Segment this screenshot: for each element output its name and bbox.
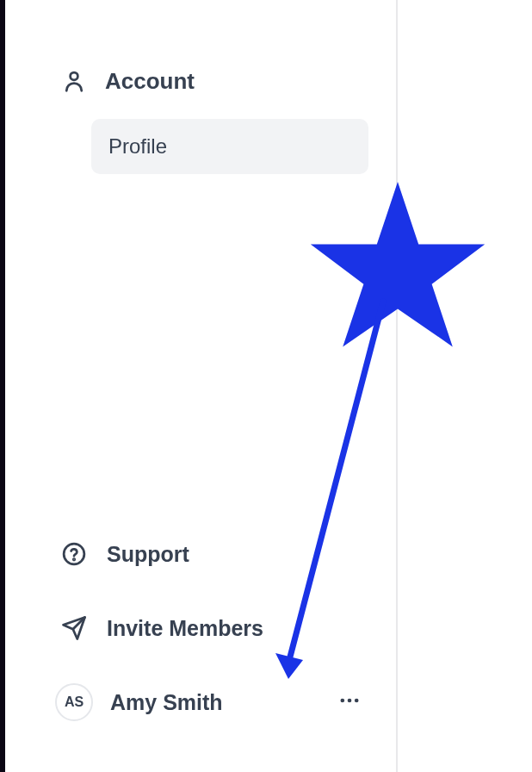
sidebar-item-invite-members[interactable]: Invite Members (5, 591, 396, 665)
user-name: Amy Smith (110, 690, 329, 715)
sidebar: Account Profile Support (0, 0, 398, 772)
avatar: AS (55, 683, 93, 721)
svg-point-5 (355, 699, 359, 703)
sidebar-item-profile[interactable]: Profile (91, 119, 368, 174)
account-subnav: Profile (5, 119, 396, 174)
invite-label: Invite Members (107, 616, 263, 641)
account-section-title: Account (105, 68, 195, 95)
svg-point-2 (73, 559, 75, 561)
svg-point-0 (71, 72, 78, 80)
account-section-header: Account (5, 67, 396, 95)
sidebar-item-support[interactable]: Support (5, 517, 396, 591)
help-circle-icon (60, 540, 88, 568)
send-icon (60, 614, 88, 642)
user-more-button[interactable] (329, 682, 370, 723)
sidebar-item-label: Profile (108, 134, 167, 158)
sidebar-bottom: Support Invite Members AS Amy Smith (5, 517, 396, 739)
avatar-initials: AS (65, 694, 84, 710)
svg-point-4 (348, 699, 352, 703)
user-row: AS Amy Smith (5, 665, 396, 739)
more-horizontal-icon (337, 688, 362, 716)
support-label: Support (107, 542, 189, 567)
user-icon (60, 67, 88, 95)
svg-point-3 (341, 699, 345, 703)
